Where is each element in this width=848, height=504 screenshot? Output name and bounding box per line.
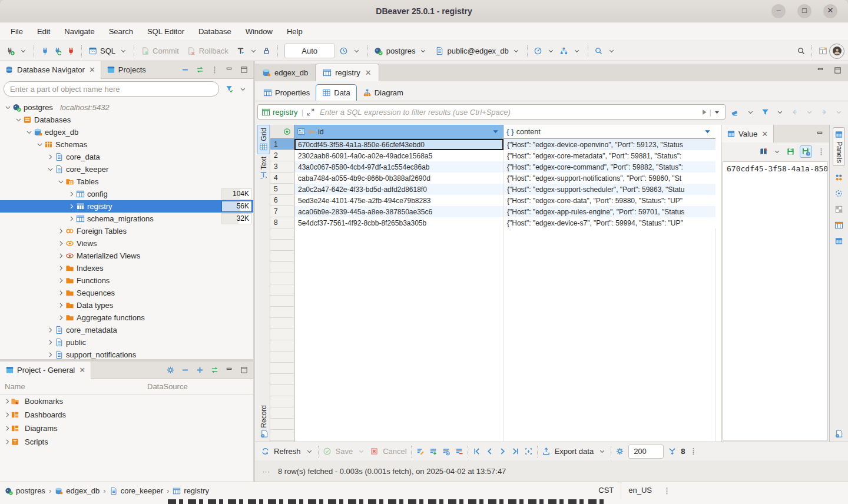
calc-panel-icon[interactable]: [834, 189, 843, 198]
row-number[interactable]: 2: [270, 150, 294, 161]
tree-item-core_keeper[interactable]: core_keeper: [0, 163, 253, 175]
row-number[interactable]: 1: [270, 139, 294, 150]
view-menu-icon[interactable]: [210, 65, 219, 74]
cell-content[interactable]: {"Host": "edgex-device-openvino", "Port"…: [504, 139, 716, 150]
collapse-icon[interactable]: [35, 141, 44, 148]
subtab-diagram[interactable]: Diagram: [357, 84, 409, 101]
expand-icon[interactable]: [57, 277, 65, 284]
fetch-size-icon[interactable]: [668, 447, 677, 456]
cell-content[interactable]: {"Host": "edgex-app-rules-engine", "Port…: [504, 206, 716, 217]
maximize-editor-icon[interactable]: [833, 66, 842, 75]
export-dropdown-icon[interactable]: [598, 447, 607, 456]
edit-row-icon[interactable]: [416, 447, 425, 456]
refresh-dropdown-icon[interactable]: [305, 447, 314, 456]
collapse-all-icon[interactable]: [181, 366, 190, 374]
row-number[interactable]: 4: [270, 173, 294, 184]
expand-icon[interactable]: [0, 411, 11, 419]
tree-item-sequences[interactable]: Sequences: [0, 287, 253, 299]
project-item-dashboards[interactable]: Dashboards: [0, 408, 253, 422]
row-number[interactable]: 5: [270, 184, 294, 195]
save-value-icon[interactable]: [786, 147, 795, 156]
schema-dropdown-icon[interactable]: [510, 45, 523, 58]
filter-history-dropdown-icon[interactable]: [713, 108, 721, 117]
minimize-view-icon[interactable]: [225, 65, 234, 74]
row-number[interactable]: 6: [270, 195, 294, 206]
select-all-icon[interactable]: [283, 127, 292, 136]
tree-item-postgres[interactable]: postgreslocalhost:5432: [0, 101, 253, 114]
expand-icon[interactable]: [57, 227, 65, 235]
aggregate-panel-icon[interactable]: [834, 205, 843, 214]
maximize-project-icon[interactable]: [240, 366, 249, 374]
record-mode-toggle[interactable]: Record: [257, 403, 270, 440]
grid-settings-icon[interactable]: [615, 447, 624, 456]
menu-file[interactable]: File: [4, 24, 30, 39]
filters-dropdown-icon[interactable]: [776, 108, 784, 117]
close-button[interactable]: ✕: [823, 4, 837, 18]
apply-filter-icon[interactable]: [700, 108, 708, 117]
expand-icon[interactable]: [46, 339, 54, 346]
tab-project-general[interactable]: Project - General ✕: [0, 362, 91, 379]
tree-item-aggregate-functions[interactable]: Aggregate functions: [0, 311, 253, 324]
project-settings-icon[interactable]: [166, 366, 175, 374]
expand-icon[interactable]: [46, 326, 54, 334]
breadcrumb-core-keeper[interactable]: core_keeper: [110, 486, 163, 495]
disconnect-icon[interactable]: [64, 45, 77, 58]
close-registry-tab-icon[interactable]: ✕: [365, 68, 372, 77]
first-page-icon[interactable]: [472, 447, 481, 456]
cell-id[interactable]: 2302aab8-6091-4a0c-a02e-49adce1568a5: [294, 150, 504, 161]
expand-icon[interactable]: [57, 314, 65, 321]
menu-sql-editor[interactable]: SQL Editor: [140, 24, 191, 39]
link-editor-icon[interactable]: [181, 65, 190, 74]
subtab-data[interactable]: Data: [316, 84, 356, 101]
collapse-icon[interactable]: [14, 116, 22, 124]
close-project-icon[interactable]: ✕: [79, 366, 85, 374]
quick-search-dropdown-icon[interactable]: [605, 45, 618, 58]
tx-filter-dropdown-icon[interactable]: [247, 45, 260, 58]
cell-id[interactable]: 5e4dcf37-7561-4f92-8cbb-8f265b3a305b: [294, 217, 504, 228]
tree-item-foreign-tables[interactable]: Foreign Tables: [0, 225, 253, 237]
new-connection-dropdown-icon[interactable]: [16, 45, 29, 58]
tree-item-registry[interactable]: registry56K: [0, 200, 253, 213]
prev-page-icon[interactable]: [485, 447, 494, 456]
expand-icon[interactable]: [67, 215, 75, 223]
expand-icon[interactable]: [57, 240, 65, 247]
minimize-editor-icon[interactable]: [816, 66, 825, 75]
row-number[interactable]: 3: [270, 161, 294, 173]
statusbar-menu-icon[interactable]: [659, 486, 671, 495]
cell-content[interactable]: {"Host": "edgex-core-command", "Port": 5…: [504, 161, 716, 173]
auto-save-value-icon[interactable]: [800, 145, 812, 158]
expand-all-icon[interactable]: [196, 366, 204, 374]
search-icon[interactable]: [794, 45, 807, 58]
perspective-icon[interactable]: [816, 45, 829, 58]
tx-mode-combo[interactable]: Auto: [284, 44, 335, 58]
menu-database[interactable]: Database: [191, 24, 238, 39]
close-navigator-icon[interactable]: ✕: [89, 65, 95, 74]
fetch-page-icon[interactable]: [524, 447, 533, 456]
tree-item-edgex_db[interactable]: edgex_db: [0, 126, 253, 138]
last-page-icon[interactable]: [511, 447, 520, 456]
tx-filter-icon[interactable]: [234, 45, 247, 58]
collapse-icon[interactable]: [46, 165, 54, 173]
tree-item-indexes[interactable]: Indexes: [0, 262, 253, 274]
tree-item-public[interactable]: public: [0, 336, 253, 349]
filter-dropdown-icon[interactable]: [238, 85, 247, 94]
tree-item-support_notifications[interactable]: support_notifications: [0, 349, 253, 359]
sql-editor-dropdown-icon[interactable]: [117, 45, 130, 58]
sql-editor-icon[interactable]: [86, 45, 99, 58]
tree-item-core_metadata[interactable]: core_metadata: [0, 324, 253, 336]
duplicate-row-icon[interactable]: [442, 447, 450, 456]
object-filter-input[interactable]: Enter a part of object name here: [4, 81, 219, 97]
expand-icon[interactable]: [57, 252, 65, 260]
collapse-icon[interactable]: [25, 128, 33, 136]
tab-database-navigator[interactable]: Database Navigator ✕: [0, 61, 101, 79]
collapse-icon[interactable]: [4, 104, 12, 111]
add-row-icon[interactable]: [429, 447, 438, 456]
minimize-project-icon[interactable]: [225, 366, 234, 374]
network-dropdown-icon[interactable]: [571, 45, 584, 58]
status-more-icon[interactable]: ···: [262, 467, 270, 476]
minimize-button[interactable]: –: [771, 4, 786, 18]
value-navigate-icon[interactable]: [834, 429, 843, 438]
cell-content[interactable]: {"Host": "edgex-support-scheduler", "Por…: [504, 184, 716, 195]
cell-id[interactable]: 43a0c067-8580-4cb4-97df-a1c554ec86ab: [294, 161, 504, 173]
tree-item-databases[interactable]: Databases: [0, 114, 253, 126]
